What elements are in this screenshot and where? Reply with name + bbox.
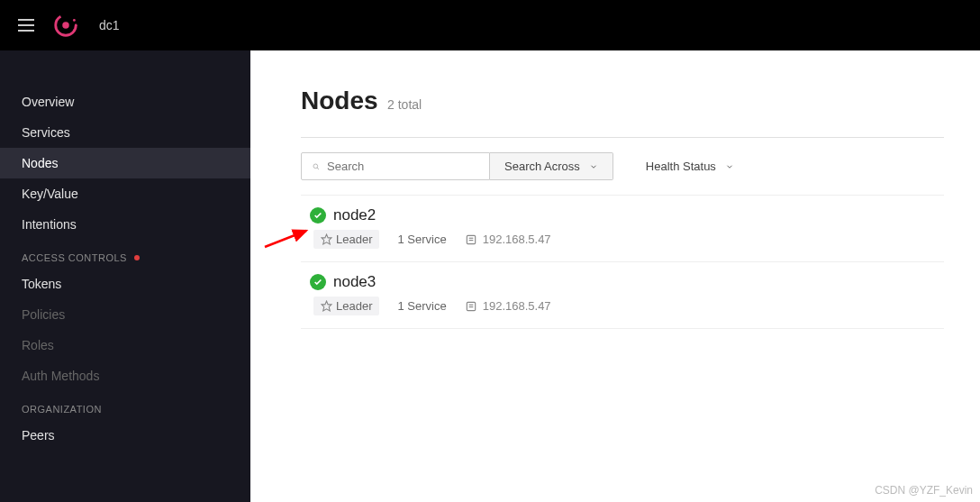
health-passing-icon: [310, 207, 326, 224]
chevron-down-icon: [589, 162, 598, 171]
star-icon: [321, 233, 332, 245]
sidebar-item-auth-methods[interactable]: Auth Methods: [0, 361, 250, 391]
sidebar-section-organization: ORGANIZATION: [0, 391, 250, 420]
app-header: dc1: [0, 0, 980, 50]
search-across-dropdown[interactable]: Search Across: [490, 152, 613, 180]
sidebar-item-nodes[interactable]: Nodes: [0, 148, 250, 178]
node-row[interactable]: node3 Leader 1 Service 192.168.5.47: [301, 262, 944, 329]
svg-marker-11: [322, 301, 331, 311]
node-services-count: 1 Service: [397, 233, 446, 246]
network-icon: [465, 233, 477, 246]
node-row[interactable]: node2 Leader 1 Service 192.168.5.47: [301, 196, 944, 262]
leader-badge: Leader: [313, 297, 379, 315]
node-name: node2: [333, 206, 376, 224]
search-box[interactable]: [301, 152, 490, 180]
page-title: Nodes: [301, 87, 378, 114]
node-name: node3: [333, 273, 376, 291]
sidebar: Overview Services Nodes Key/Value Intent…: [0, 50, 250, 502]
sidebar-item-services[interactable]: Services: [0, 117, 250, 148]
search-input[interactable]: [327, 160, 478, 173]
svg-point-3: [75, 24, 77, 27]
svg-point-2: [73, 19, 76, 22]
menu-icon[interactable]: [13, 14, 40, 37]
sidebar-item-intentions[interactable]: Intentions: [0, 209, 250, 240]
health-status-dropdown[interactable]: Health Status: [646, 160, 734, 173]
sidebar-item-keyvalue[interactable]: Key/Value: [0, 178, 250, 209]
node-ip: 192.168.5.47: [465, 299, 551, 313]
node-ip: 192.168.5.47: [465, 233, 551, 246]
sidebar-item-peers[interactable]: Peers: [0, 420, 250, 451]
health-passing-icon: [310, 274, 326, 290]
svg-point-1: [62, 22, 69, 29]
svg-marker-7: [322, 234, 331, 244]
watermark: CSDN @YZF_Kevin: [875, 484, 973, 497]
node-services-count: 1 Service: [397, 299, 446, 313]
search-icon: [313, 160, 320, 173]
consul-logo-icon: [52, 12, 79, 39]
datacenter-label[interactable]: dc1: [99, 18, 120, 32]
sidebar-item-policies[interactable]: Policies: [0, 299, 250, 330]
main-content: Nodes 2 total Search Across Health Statu…: [250, 50, 980, 502]
leader-badge: Leader: [313, 230, 379, 249]
warning-dot-icon: [134, 255, 140, 260]
chevron-down-icon: [725, 162, 734, 171]
sidebar-item-roles[interactable]: Roles: [0, 330, 250, 361]
sidebar-item-tokens[interactable]: Tokens: [0, 269, 250, 299]
svg-line-6: [317, 168, 319, 169]
svg-point-5: [313, 164, 318, 169]
star-icon: [321, 300, 332, 312]
svg-point-4: [73, 29, 76, 32]
toolbar: Search Across Health Status: [301, 138, 944, 196]
sidebar-item-overview[interactable]: Overview: [0, 87, 250, 117]
page-subtitle: 2 total: [387, 97, 422, 112]
network-icon: [465, 300, 477, 313]
sidebar-section-access: ACCESS CONTROLS: [0, 240, 250, 269]
